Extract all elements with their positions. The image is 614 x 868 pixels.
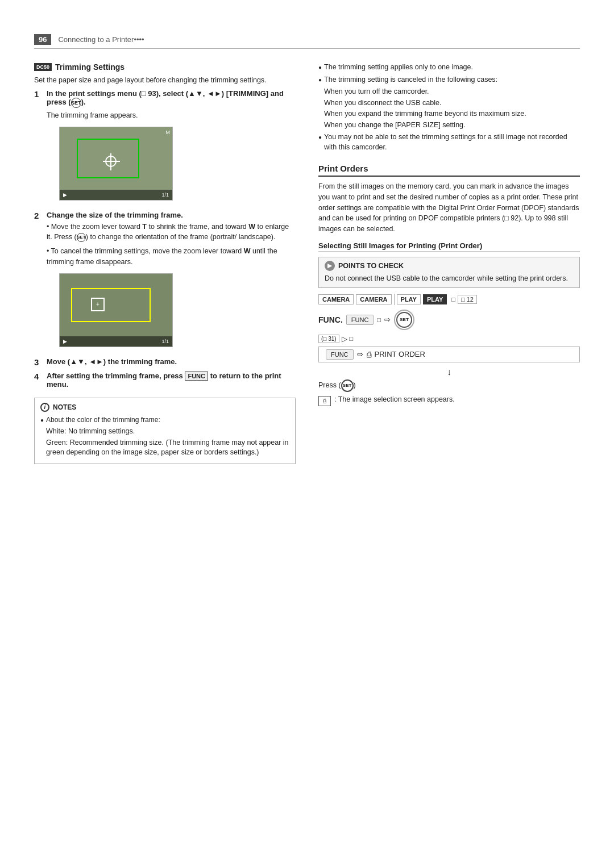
dc50-icon: DC50	[34, 63, 52, 71]
print-order-label: PRINT ORDER	[375, 350, 425, 358]
step-3-text: Move (▲▼, ◄►) the trimming frame.	[47, 357, 177, 366]
bottom-left-2: ▶	[63, 339, 67, 344]
step-4: 4 After setting the trimming frame, pres…	[34, 372, 296, 389]
bottom-bar-2: ▶ 1/1	[60, 336, 172, 347]
image-selection-text: : The image selection screen appears.	[334, 395, 455, 403]
nav-arrow: ⇨	[357, 350, 363, 358]
selecting-title: Selecting Still Images for Printing (Pri…	[318, 241, 580, 252]
left-column: DC50 Trimming Settings Set the paper siz…	[34, 62, 296, 464]
print-orders-section: Print Orders From the still images on th…	[318, 164, 580, 406]
right-bullet-1: The trimming setting applies only to one…	[318, 62, 580, 73]
notes-content: About the color of the trimming frame: W…	[40, 415, 289, 458]
print-orders-title: Print Orders	[318, 164, 580, 177]
func-button-box: FUNC	[346, 315, 374, 325]
frame-icon-2: +	[91, 298, 105, 311]
step-4-number: 4	[34, 372, 43, 381]
right-bullet-final: You may not be able to set the trimming …	[318, 132, 580, 152]
page-number: 96	[34, 34, 51, 45]
print-order-icon: ⎙	[367, 350, 371, 359]
trimming-intro-text: Set the paper size and page layout befor…	[34, 75, 296, 86]
yellow-frame	[71, 288, 151, 322]
play-mode-1: PLAY	[397, 294, 421, 304]
set-button[interactable]: SET	[396, 312, 412, 328]
step-4-content: After setting the trimming frame, press …	[47, 372, 296, 389]
func-nav-button: FUNC	[326, 349, 354, 360]
func-arrow-1: □	[377, 316, 381, 323]
mode-indicator-row: CAMERA CAMERA PLAY PLAY □ □ 12	[318, 294, 580, 305]
arrow-down: ↓	[318, 367, 580, 377]
set-inline-button[interactable]: SET	[341, 379, 354, 392]
notes-box: i NOTES About the color of the trimming …	[34, 398, 296, 464]
set-button-label: SET	[400, 317, 409, 322]
func-arrow-symbol: ⇨	[384, 315, 391, 324]
step-3: 3 Move (▲▼, ◄►) the trimming frame.	[34, 357, 296, 367]
print-order-box: FUNC ⇨ ⎙ PRINT ORDER	[318, 347, 580, 362]
step-2-content: Change the size of the trimming frame. •…	[47, 211, 296, 353]
page-header: 96 Connecting to a Printer ••••	[34, 34, 580, 49]
page-container: 96 Connecting to a Printer •••• DC50 Tri…	[0, 0, 614, 868]
points-text: Do not connect the USB cable to the camc…	[325, 273, 574, 284]
right-column: The trimming setting applies only to one…	[318, 62, 580, 464]
page-header-title: Connecting to a Printer	[58, 35, 134, 44]
play-mode-2: PLAY	[423, 294, 447, 304]
two-col-layout: DC50 Trimming Settings Set the paper siz…	[34, 62, 580, 464]
corner-mark: M	[166, 130, 171, 135]
step-1-subtext: The trimming frame appears.	[47, 110, 296, 121]
press-set-text: Press (SET)	[318, 379, 580, 392]
crosshair-icon	[105, 156, 117, 167]
right-dash-1: When you turn off the camcorder.	[324, 87, 580, 97]
points-to-check-box: ▶ POINTS TO CHECK Do not connect the USB…	[318, 257, 580, 288]
print-orders-text: From the still images on the memory card…	[318, 181, 580, 235]
ref-number-12: □ 12	[458, 295, 477, 304]
step-2-title: Change the size of the trimming frame.	[47, 211, 296, 219]
page-header-dots: ••••	[134, 35, 144, 44]
step-2-sub1: • Move the zoom lever toward T to shrink…	[47, 222, 296, 243]
set-ring: SET	[394, 310, 414, 330]
right-dash-4: When you change the [PAPER SIZE] setting…	[324, 120, 580, 131]
bottom-left-info: ▶	[63, 192, 67, 198]
points-circle-icon: ▶	[325, 261, 335, 271]
func-leaf-icon: ▷	[342, 335, 347, 343]
points-label: POINTS TO CHECK	[338, 262, 404, 270]
notes-bullet-1: About the color of the trimming frame:	[40, 415, 289, 425]
func-ref-arrow: □	[350, 335, 354, 342]
step-1-number: 1	[34, 89, 43, 99]
step-2: 2 Change the size of the trimming frame.…	[34, 211, 296, 353]
notes-dash-green: Green: Recommended trimming size. (The t…	[46, 438, 289, 458]
info-circle-icon: i	[40, 403, 49, 412]
step-1: 1 In the print settings menu (□ 93), sel…	[34, 89, 296, 206]
step-2-sub2: • To cancel the trimming settings, move …	[47, 246, 296, 268]
trimming-image-1: M ▶ 1/1	[59, 127, 173, 201]
trimming-settings-title: Trimming Settings	[55, 62, 125, 72]
step-4-text: After setting the trimming frame, press …	[47, 372, 281, 389]
trimming-image-2: + ▶ 1/1	[59, 273, 173, 347]
bottom-right-2: 1/1	[161, 339, 169, 344]
bottom-bar-1: ▶ 1/1	[60, 190, 172, 200]
step-3-number: 3	[34, 357, 43, 367]
camera-mode-2: CAMERA	[356, 294, 391, 304]
image-selection-row: ⎙ : The image selection screen appears.	[318, 395, 580, 406]
right-bullet-2: The trimming setting is canceled in the …	[318, 75, 580, 85]
func-ref-num: (□ 31)	[318, 335, 339, 343]
camera-mode-1: CAMERA	[318, 294, 354, 304]
right-dash-3: When you expand the trimming frame beyon…	[324, 109, 580, 119]
step-1-text: In the print settings menu (□ 93), selec…	[47, 89, 284, 106]
func-section: FUNC. FUNC □ ⇨ SET (□	[318, 310, 580, 343]
section-title-row: DC50 Trimming Settings	[34, 62, 296, 72]
notes-label: NOTES	[53, 403, 76, 411]
print-order-nav: FUNC ⇨ ⎙ PRINT ORDER ↓ Press (SET)	[318, 347, 580, 392]
notes-dash-white: White: No trimming settings.	[46, 427, 289, 437]
step-2-number: 2	[34, 211, 43, 220]
func-ref-row: (□ 31) ▷ □	[318, 335, 580, 343]
right-dash-2: When you disconnect the USB cable.	[324, 98, 580, 108]
image-selection-icon: ⎙	[318, 396, 331, 406]
notes-title-row: i NOTES	[40, 403, 289, 412]
play-mode-sub: □	[451, 296, 455, 303]
step-3-content: Move (▲▼, ◄►) the trimming frame.	[47, 357, 296, 366]
func-label: FUNC.	[318, 315, 343, 324]
points-title-row: ▶ POINTS TO CHECK	[325, 261, 574, 271]
selecting-section: Selecting Still Images for Printing (Pri…	[318, 241, 580, 406]
step-1-content: In the print settings menu (□ 93), selec…	[47, 89, 296, 206]
mode-divider	[394, 294, 395, 305]
bottom-right-info: 1/1	[161, 192, 169, 198]
